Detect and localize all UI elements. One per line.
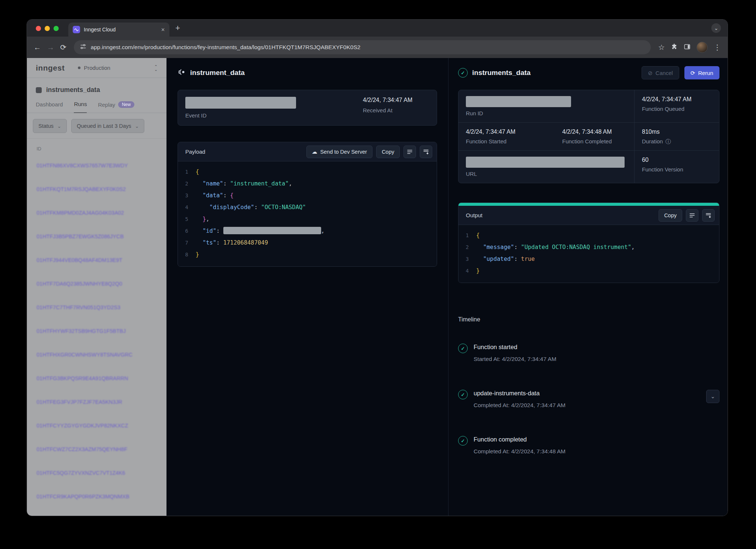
timeline-item: ✓ Function completed Completed At: 4/2/2… [458, 436, 719, 455]
run-title: instruments_data [472, 69, 530, 77]
duration-value: 810ms [642, 129, 712, 135]
window-minimize-button[interactable] [45, 26, 50, 31]
run-id-item[interactable]: 01HTFCWZ7CZ2X3AZM75QEYNH8F [27, 437, 166, 461]
step-check-icon: ✓ [458, 390, 468, 399]
function-version-value: 60 [642, 157, 712, 163]
event-id-card: Event ID 4/2/24, 7:34:47 AM Received At [178, 90, 437, 126]
run-id-item[interactable]: 01HTF7DA6Q2385JWNHYE8Q2Q0 [27, 272, 166, 296]
run-id-item[interactable]: 01HTFG3BKPQSR9E4A91QBRARRN [27, 366, 166, 390]
code-line: 3 "data": { [178, 190, 437, 201]
word-wrap-icon[interactable] [686, 209, 698, 222]
url-bar[interactable]: app.inngest.com/env/production/functions… [74, 40, 651, 54]
tab-title: Inngest Cloud [84, 27, 157, 33]
function-tabs: Dashboard Runs ReplayNew [27, 95, 166, 113]
chevron-down-icon: ⌄ [135, 123, 139, 129]
url-label: URL [466, 171, 627, 177]
function-completed-value: 4/2/24, 7:34:48 AM [562, 129, 627, 135]
timeline-item-subtitle: Completed At: 4/2/2024, 7:34:47 AM [474, 402, 700, 409]
sidebar: inngest Production ⌃⌄ instruments_data D… [27, 58, 166, 516]
function-header: instruments_data [27, 78, 166, 95]
duration-label: Duration [642, 138, 663, 144]
browser-menu-icon[interactable]: ⋮ [714, 44, 721, 51]
side-panel-icon[interactable] [684, 43, 691, 52]
bookmark-star-icon[interactable]: ☆ [658, 44, 665, 51]
run-status-check-icon: ✓ [458, 68, 468, 78]
scroll-to-bottom-icon[interactable] [702, 209, 715, 222]
code-line: 1{ [458, 229, 719, 241]
run-id-item[interactable]: 01HTFHYWF32TSB9HGTG1F5BTBJ [27, 319, 166, 343]
traffic-lights [36, 26, 59, 31]
run-id-label: Run ID [466, 110, 627, 116]
environment-selector[interactable]: Production [78, 65, 110, 71]
timeline-section: Timeline ✓ Function started Started At: … [458, 316, 719, 455]
copy-output-button[interactable]: Copy [659, 209, 682, 222]
code-line: 3 "updated": true [458, 253, 719, 265]
received-at-value: 4/2/24, 7:34:47 AM [363, 97, 429, 103]
chevron-down-icon: ⌄ [711, 393, 715, 400]
tab-replay[interactable]: ReplayNew [98, 101, 134, 113]
reload-button[interactable]: ⟳ [60, 44, 66, 51]
id-column-header: ID [27, 139, 166, 154]
run-id-item[interactable]: 01HTFHXGR0CWNHSWY8TSNAVGRC [27, 343, 166, 366]
run-id-list: 01HTFN86XV8CXWS7657W7E3WDY01HTFKQT1M7RSJ… [27, 154, 166, 516]
code-line: 5 }, [178, 213, 437, 225]
run-id-item[interactable]: 01HTFN86XV8CXWS7657W7E3WDY [27, 154, 166, 177]
copy-payload-button[interactable]: Copy [376, 146, 400, 158]
timeline-item-title: Function completed [474, 436, 719, 443]
run-id-item[interactable]: 01HTFJ944VE0BQ48AF4DM13E9T [27, 248, 166, 272]
environment-name: Production [84, 65, 110, 71]
tab-close-icon[interactable]: ✕ [161, 27, 165, 33]
cancel-button[interactable]: ⊘ Cancel [642, 66, 679, 79]
profile-avatar[interactable] [697, 42, 708, 53]
window-close-button[interactable] [36, 26, 41, 31]
timeline-item-title: Function started [474, 344, 719, 351]
site-settings-icon[interactable] [80, 43, 86, 51]
run-id-item[interactable]: 01HTFKQT1M7RSJQABEXYF0K0S2 [27, 177, 166, 201]
time-range-filter[interactable]: Queued in Last 3 Days ⌄ [71, 119, 144, 133]
rerun-button[interactable]: ⟳ Rerun [684, 66, 719, 79]
rerun-icon: ⟳ [691, 70, 695, 76]
event-icon [178, 68, 186, 78]
send-to-dev-server-button[interactable]: ☁ Send to Dev Server [306, 146, 373, 158]
timeline-item: ✓ update-instruments-data Completed At: … [458, 390, 719, 409]
cancel-icon: ⊘ [648, 70, 653, 76]
sidebar-header: inngest Production ⌃⌄ [27, 58, 166, 78]
env-switch-chevrons-icon[interactable]: ⌃⌄ [154, 65, 158, 71]
browser-tab[interactable]: Inngest Cloud ✕ [68, 23, 169, 37]
run-id-item[interactable]: 01HTFCYYZGYGYGDKJVP82NKXCZ [27, 414, 166, 437]
run-id-item[interactable]: 01HTFEG3FVJP7FZJF7EA5KN3JR [27, 390, 166, 414]
new-badge: New [118, 101, 134, 108]
tab-search-chevron-icon[interactable]: ⌄ [711, 23, 721, 33]
word-wrap-icon[interactable] [403, 146, 416, 158]
inngest-app: inngest Production ⌃⌄ instruments_data D… [27, 58, 728, 516]
output-card: Output Copy 1{2 "message": "Updated OCTO… [458, 202, 719, 283]
event-panel: instrument_data Event ID 4/2/24, 7:34:47… [166, 58, 449, 516]
forward-button[interactable]: → [47, 44, 54, 51]
run-id-item[interactable]: 01HTFKM8PMD0ZAJ4AG04K03A02 [27, 201, 166, 225]
payload-title: Payload [185, 149, 205, 155]
function-started-value: 4/2/24, 7:34:47 AM [466, 129, 547, 135]
inngest-logo[interactable]: inngest [36, 64, 65, 72]
run-id-item[interactable]: 01HTFJ3B5PBZ7EWGK5Z086JYCB [27, 225, 166, 248]
new-tab-button[interactable]: + [175, 24, 180, 32]
back-button[interactable]: ← [34, 44, 41, 51]
status-filter[interactable]: Status ⌄ [33, 119, 67, 133]
tab-dashboard[interactable]: Dashboard [36, 101, 63, 113]
step-check-icon: ✓ [458, 436, 468, 446]
timeline-item-subtitle: Completed At: 4/2/2024, 7:34:48 AM [474, 448, 719, 455]
scroll-to-bottom-icon[interactable] [420, 146, 432, 158]
output-success-strip [458, 203, 719, 206]
window-zoom-button[interactable] [54, 26, 59, 31]
code-line: 6 "id": , [178, 225, 437, 237]
run-id-item[interactable]: 01HTFCR9KAPQP0R6PZK3MQNMXB [27, 485, 166, 508]
run-filters: Status ⌄ Queued in Last 3 Days ⌄ [27, 113, 166, 139]
run-id-item[interactable]: 01HTF7C7THF7RVN051Q3YD2S3 [27, 296, 166, 319]
expand-step-button[interactable]: ⌄ [706, 390, 719, 403]
tab-runs[interactable]: Runs [74, 101, 87, 113]
extensions-icon[interactable] [671, 43, 678, 52]
run-id-item[interactable]: 01HTFC5QG7ZYVXNZVC7VT1Z4K6 [27, 461, 166, 485]
run-details-card: Run ID 4/2/24, 7:34:47 AM Function Queue… [458, 90, 719, 183]
event-id-label: Event ID [185, 112, 363, 119]
info-icon[interactable]: ⓘ [666, 139, 671, 144]
run-panel: ✓ instruments_data ⊘ Cancel ⟳ Rerun R [449, 58, 728, 516]
